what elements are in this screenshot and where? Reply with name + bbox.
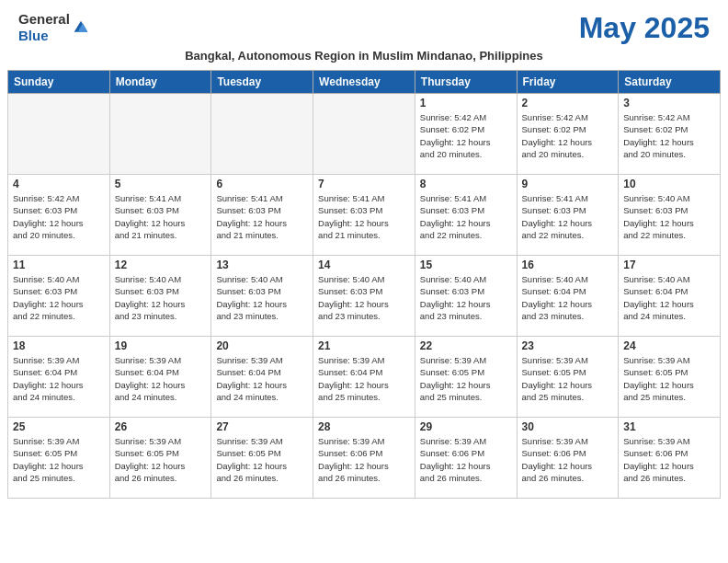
day-number: 21 — [318, 339, 410, 352]
day-number: 5 — [115, 178, 207, 190]
calendar-cell: 24Sunrise: 5:39 AM Sunset: 6:05 PM Dayli… — [619, 337, 721, 418]
day-info: Sunrise: 5:41 AM Sunset: 6:03 PM Dayligh… — [420, 192, 512, 241]
calendar-cell: 28Sunrise: 5:39 AM Sunset: 6:06 PM Dayli… — [313, 418, 415, 499]
day-info: Sunrise: 5:40 AM Sunset: 6:03 PM Dayligh… — [420, 273, 512, 322]
day-number: 27 — [216, 420, 308, 433]
day-number: 22 — [420, 339, 512, 352]
day-number: 19 — [115, 339, 207, 352]
day-number: 13 — [216, 259, 308, 271]
day-info: Sunrise: 5:39 AM Sunset: 6:05 PM Dayligh… — [522, 354, 614, 403]
day-number: 30 — [522, 420, 614, 433]
day-info: Sunrise: 5:41 AM Sunset: 6:03 PM Dayligh… — [115, 192, 207, 241]
day-number: 9 — [522, 178, 614, 190]
day-info: Sunrise: 5:39 AM Sunset: 6:05 PM Dayligh… — [216, 435, 308, 484]
subtitle: Bangkal, Autonomous Region in Muslim Min… — [0, 49, 728, 70]
calendar-cell: 6Sunrise: 5:41 AM Sunset: 6:03 PM Daylig… — [211, 175, 313, 256]
day-number: 20 — [216, 339, 308, 352]
calendar-cell — [8, 94, 110, 175]
calendar-cell: 8Sunrise: 5:41 AM Sunset: 6:03 PM Daylig… — [415, 175, 517, 256]
calendar-cell: 12Sunrise: 5:40 AM Sunset: 6:03 PM Dayli… — [109, 256, 211, 337]
calendar-cell: 3Sunrise: 5:42 AM Sunset: 6:02 PM Daylig… — [619, 94, 721, 175]
calendar-cell: 14Sunrise: 5:40 AM Sunset: 6:03 PM Dayli… — [313, 256, 415, 337]
day-info: Sunrise: 5:42 AM Sunset: 6:02 PM Dayligh… — [420, 111, 512, 160]
calendar-cell: 19Sunrise: 5:39 AM Sunset: 6:04 PM Dayli… — [109, 337, 211, 418]
calendar-cell: 4Sunrise: 5:42 AM Sunset: 6:03 PM Daylig… — [8, 175, 110, 256]
day-info: Sunrise: 5:40 AM Sunset: 6:03 PM Dayligh… — [216, 273, 308, 322]
week-row-5: 25Sunrise: 5:39 AM Sunset: 6:05 PM Dayli… — [8, 418, 721, 499]
day-number: 18 — [13, 339, 105, 352]
calendar-cell: 13Sunrise: 5:40 AM Sunset: 6:03 PM Dayli… — [211, 256, 313, 337]
calendar-cell: 30Sunrise: 5:39 AM Sunset: 6:06 PM Dayli… — [517, 418, 619, 499]
day-info: Sunrise: 5:39 AM Sunset: 6:06 PM Dayligh… — [522, 435, 614, 484]
logo-text: General Blue — [18, 11, 70, 44]
day-info: Sunrise: 5:39 AM Sunset: 6:04 PM Dayligh… — [115, 354, 207, 403]
day-number: 23 — [522, 339, 614, 352]
calendar-cell: 16Sunrise: 5:40 AM Sunset: 6:04 PM Dayli… — [517, 256, 619, 337]
calendar-cell: 7Sunrise: 5:41 AM Sunset: 6:03 PM Daylig… — [313, 175, 415, 256]
day-number: 7 — [318, 178, 410, 190]
day-number: 14 — [318, 259, 410, 271]
day-number: 8 — [420, 178, 512, 190]
day-info: Sunrise: 5:39 AM Sunset: 6:05 PM Dayligh… — [115, 435, 207, 484]
weekday-header-tuesday: Tuesday — [211, 71, 313, 94]
calendar-cell: 18Sunrise: 5:39 AM Sunset: 6:04 PM Dayli… — [8, 337, 110, 418]
day-number: 6 — [216, 178, 308, 190]
calendar-cell — [211, 94, 313, 175]
day-info: Sunrise: 5:39 AM Sunset: 6:05 PM Dayligh… — [13, 435, 105, 484]
day-number: 16 — [522, 259, 614, 271]
calendar-cell: 5Sunrise: 5:41 AM Sunset: 6:03 PM Daylig… — [109, 175, 211, 256]
logo: General Blue — [18, 11, 90, 44]
calendar-cell: 21Sunrise: 5:39 AM Sunset: 6:04 PM Dayli… — [313, 337, 415, 418]
day-info: Sunrise: 5:39 AM Sunset: 6:05 PM Dayligh… — [420, 354, 512, 403]
calendar-cell: 9Sunrise: 5:41 AM Sunset: 6:03 PM Daylig… — [517, 175, 619, 256]
calendar-cell: 23Sunrise: 5:39 AM Sunset: 6:05 PM Dayli… — [517, 337, 619, 418]
day-info: Sunrise: 5:40 AM Sunset: 6:04 PM Dayligh… — [522, 273, 614, 322]
calendar-cell: 15Sunrise: 5:40 AM Sunset: 6:03 PM Dayli… — [415, 256, 517, 337]
day-info: Sunrise: 5:40 AM Sunset: 6:03 PM Dayligh… — [318, 273, 410, 322]
day-number: 31 — [623, 420, 715, 433]
month-title: May 2025 — [579, 11, 710, 45]
calendar-cell: 17Sunrise: 5:40 AM Sunset: 6:04 PM Dayli… — [619, 256, 721, 337]
day-number: 4 — [13, 178, 105, 190]
day-number: 28 — [318, 420, 410, 433]
calendar-cell — [313, 94, 415, 175]
day-info: Sunrise: 5:39 AM Sunset: 6:04 PM Dayligh… — [13, 354, 105, 403]
day-info: Sunrise: 5:39 AM Sunset: 6:04 PM Dayligh… — [216, 354, 308, 403]
day-info: Sunrise: 5:39 AM Sunset: 6:04 PM Dayligh… — [318, 354, 410, 403]
day-info: Sunrise: 5:41 AM Sunset: 6:03 PM Dayligh… — [522, 192, 614, 241]
weekday-header-thursday: Thursday — [415, 71, 517, 94]
week-row-2: 4Sunrise: 5:42 AM Sunset: 6:03 PM Daylig… — [8, 175, 721, 256]
calendar-cell: 26Sunrise: 5:39 AM Sunset: 6:05 PM Dayli… — [109, 418, 211, 499]
calendar-cell: 27Sunrise: 5:39 AM Sunset: 6:05 PM Dayli… — [211, 418, 313, 499]
calendar-cell: 20Sunrise: 5:39 AM Sunset: 6:04 PM Dayli… — [211, 337, 313, 418]
day-number: 26 — [115, 420, 207, 433]
day-info: Sunrise: 5:39 AM Sunset: 6:05 PM Dayligh… — [623, 354, 715, 403]
calendar-cell: 11Sunrise: 5:40 AM Sunset: 6:03 PM Dayli… — [8, 256, 110, 337]
day-info: Sunrise: 5:39 AM Sunset: 6:06 PM Dayligh… — [318, 435, 410, 484]
calendar-cell: 10Sunrise: 5:40 AM Sunset: 6:03 PM Dayli… — [619, 175, 721, 256]
day-number: 10 — [623, 178, 715, 190]
day-number: 3 — [623, 97, 715, 109]
weekday-header-saturday: Saturday — [619, 71, 721, 94]
day-info: Sunrise: 5:42 AM Sunset: 6:02 PM Dayligh… — [623, 111, 715, 160]
day-info: Sunrise: 5:42 AM Sunset: 6:03 PM Dayligh… — [13, 192, 105, 241]
calendar-cell: 25Sunrise: 5:39 AM Sunset: 6:05 PM Dayli… — [8, 418, 110, 499]
day-info: Sunrise: 5:40 AM Sunset: 6:03 PM Dayligh… — [623, 192, 715, 241]
calendar-container: SundayMondayTuesdayWednesdayThursdayFrid… — [0, 70, 728, 499]
day-number: 25 — [13, 420, 105, 433]
logo-icon — [72, 18, 90, 37]
day-info: Sunrise: 5:40 AM Sunset: 6:03 PM Dayligh… — [13, 273, 105, 322]
day-number: 17 — [623, 259, 715, 271]
week-row-1: 1Sunrise: 5:42 AM Sunset: 6:02 PM Daylig… — [8, 94, 721, 175]
calendar-cell: 2Sunrise: 5:42 AM Sunset: 6:02 PM Daylig… — [517, 94, 619, 175]
day-number: 29 — [420, 420, 512, 433]
weekday-header-sunday: Sunday — [8, 71, 110, 94]
weekday-header-wednesday: Wednesday — [313, 71, 415, 94]
day-info: Sunrise: 5:39 AM Sunset: 6:06 PM Dayligh… — [420, 435, 512, 484]
calendar-cell: 31Sunrise: 5:39 AM Sunset: 6:06 PM Dayli… — [619, 418, 721, 499]
calendar-cell: 1Sunrise: 5:42 AM Sunset: 6:02 PM Daylig… — [415, 94, 517, 175]
weekday-header-row: SundayMondayTuesdayWednesdayThursdayFrid… — [8, 71, 721, 94]
day-info: Sunrise: 5:41 AM Sunset: 6:03 PM Dayligh… — [318, 192, 410, 241]
calendar-table: SundayMondayTuesdayWednesdayThursdayFrid… — [7, 70, 721, 499]
day-number: 24 — [623, 339, 715, 352]
